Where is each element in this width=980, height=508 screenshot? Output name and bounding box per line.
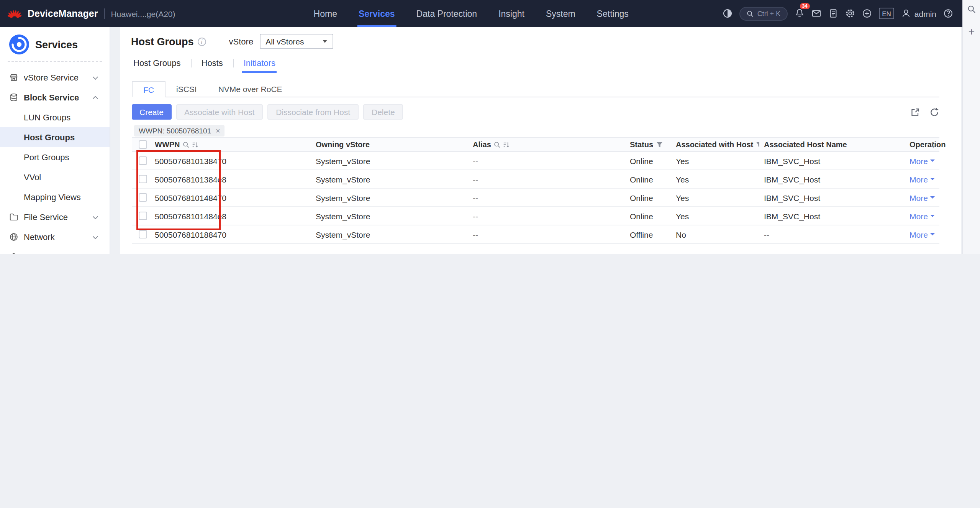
vstore-label: vStore <box>229 37 254 46</box>
cell-status: Online <box>625 207 671 225</box>
user-menu[interactable]: admin <box>901 8 936 18</box>
sidebar-item-resource-tuning[interactable]: Resource Tuning <box>0 247 110 254</box>
sort-icon[interactable] <box>192 141 199 148</box>
sidebar-item-network[interactable]: Network <box>0 227 110 247</box>
block-icon <box>9 93 18 102</box>
add-icon[interactable]: + <box>969 26 975 37</box>
main-panel: Host Groups i vStore All vStores Host Gr… <box>120 27 961 254</box>
top-nav-settings[interactable]: Settings <box>586 0 639 27</box>
column-header-owning-vstore: Owning vStore <box>311 138 468 151</box>
cell-wwpn: 5005076810148470 <box>150 188 311 207</box>
add-icon[interactable] <box>862 8 872 18</box>
row-select-cell <box>132 170 150 188</box>
filter-tag-label: WWPN: 50050768101 <box>139 127 211 135</box>
table-row: 5005076810148470System_vStore--OnlineYes… <box>132 188 939 207</box>
notifications-button[interactable]: 34 <box>794 7 804 20</box>
filter-icon[interactable] <box>656 141 663 148</box>
message-icon[interactable] <box>811 8 821 18</box>
cell-operation: More <box>905 225 939 243</box>
username-label: admin <box>914 9 936 18</box>
column-header-wwpn: WWPN <box>150 138 311 151</box>
row-checkbox[interactable] <box>139 156 147 165</box>
app: DeviceManager Huawei....ge(A20) HomeServ… <box>0 0 980 254</box>
sidebar-subitem-lun-groups[interactable]: LUN Groups <box>0 107 110 127</box>
row-checkbox[interactable] <box>139 230 147 238</box>
dissociate-from-host-button[interactable]: Dissociate from Host <box>267 104 359 120</box>
cell-owning-vstore: System_vStore <box>311 188 468 207</box>
initiators-table: WWPNOwning vStoreAliasStatusAssociated w… <box>132 137 939 244</box>
cell-status: Online <box>625 188 671 207</box>
subtab-nvme-over-roce[interactable]: NVMe over RoCE <box>208 81 293 97</box>
sidebar-subitem-host-groups[interactable]: Host Groups <box>0 127 110 147</box>
row-checkbox[interactable] <box>139 212 147 220</box>
top-nav-data-protection[interactable]: Data Protection <box>406 0 488 27</box>
sidebar-item-label: File Service <box>24 212 68 222</box>
sidebar-item-block-service[interactable]: Block Service <box>0 87 110 107</box>
gear-icon[interactable] <box>845 8 855 18</box>
services-logo-icon <box>9 35 29 54</box>
sidebar-title: Services <box>35 39 78 50</box>
top-nav-home[interactable]: Home <box>303 0 348 27</box>
more-button[interactable]: More <box>910 230 935 239</box>
cell-associated-host-name: IBM_SVC_Host <box>759 207 905 225</box>
global-search[interactable]: Ctrl + K <box>740 7 788 20</box>
delete-button[interactable]: Delete <box>363 104 403 120</box>
refresh-icon[interactable] <box>929 107 939 117</box>
table-tools <box>910 107 939 117</box>
sidebar: Services vStore ServiceBlock ServiceLUN … <box>0 27 110 254</box>
top-nav-services[interactable]: Services <box>348 0 406 27</box>
column-label: Alias <box>473 140 491 149</box>
info-icon[interactable]: i <box>198 37 206 46</box>
table-row: 50050768101484e8System_vStore--OnlineYes… <box>132 207 939 225</box>
close-icon[interactable]: × <box>216 127 220 135</box>
language-selector[interactable]: EN <box>878 8 895 19</box>
theme-toggle-icon[interactable] <box>723 8 733 18</box>
associate-with-host-button[interactable]: Associate with Host <box>176 104 263 120</box>
tab-hosts[interactable]: Hosts <box>200 55 225 71</box>
more-button[interactable]: More <box>910 193 935 202</box>
cell-owning-vstore: System_vStore <box>311 170 468 188</box>
help-icon[interactable] <box>943 8 953 18</box>
page-header: Host Groups i vStore All vStores <box>131 32 333 51</box>
top-nav-system[interactable]: System <box>535 0 586 27</box>
export-icon[interactable] <box>910 107 920 117</box>
more-button[interactable]: More <box>910 174 935 184</box>
cell-alias: -- <box>468 225 625 243</box>
create-button[interactable]: Create <box>132 104 171 120</box>
more-button[interactable]: More <box>910 156 935 165</box>
chevron-down-icon <box>93 233 98 239</box>
chevron-down-icon <box>93 74 98 79</box>
tab-initiators[interactable]: Initiators <box>242 55 277 71</box>
sidebar-item-label: vStore Service <box>24 73 79 82</box>
table-row: 5005076810138470System_vStore--OnlineYes… <box>132 151 939 170</box>
sidebar-subitem-port-groups[interactable]: Port Groups <box>0 147 110 167</box>
cell-alias: -- <box>468 151 625 170</box>
column-header-associated-with-host: Associated with Host <box>671 138 759 151</box>
search-icon[interactable] <box>182 141 190 148</box>
more-button[interactable]: More <box>910 211 935 220</box>
tasks-icon[interactable] <box>828 8 838 18</box>
select-all-checkbox[interactable] <box>139 140 147 149</box>
search-icon[interactable] <box>967 5 976 14</box>
sidebar-subitem-vvol[interactable]: VVol <box>0 167 110 187</box>
tab-host-groups[interactable]: Host Groups <box>132 55 182 71</box>
sidebar-item-vstore-service[interactable]: vStore Service <box>0 67 110 87</box>
top-nav-insight[interactable]: Insight <box>488 0 535 27</box>
tab-divider <box>233 59 234 67</box>
subtab-iscsi[interactable]: iSCSI <box>166 81 208 97</box>
vstore-select[interactable]: All vStores <box>259 34 333 49</box>
cell-alias: -- <box>468 207 625 225</box>
tuning-icon <box>9 252 18 254</box>
row-checkbox[interactable] <box>139 193 147 202</box>
search-icon[interactable] <box>493 141 501 148</box>
column-settings-icon[interactable] <box>929 141 937 149</box>
cell-operation: More <box>905 188 939 207</box>
cell-alias: -- <box>468 170 625 188</box>
column-header-status: Status <box>625 138 671 151</box>
sidebar-item-file-service[interactable]: File Service <box>0 207 110 227</box>
chevron-down-icon <box>322 40 327 43</box>
sidebar-subitem-mapping-views[interactable]: Mapping Views <box>0 187 110 207</box>
sort-icon[interactable] <box>503 141 510 148</box>
row-checkbox[interactable] <box>139 175 147 183</box>
subtab-fc[interactable]: FC <box>132 81 166 97</box>
